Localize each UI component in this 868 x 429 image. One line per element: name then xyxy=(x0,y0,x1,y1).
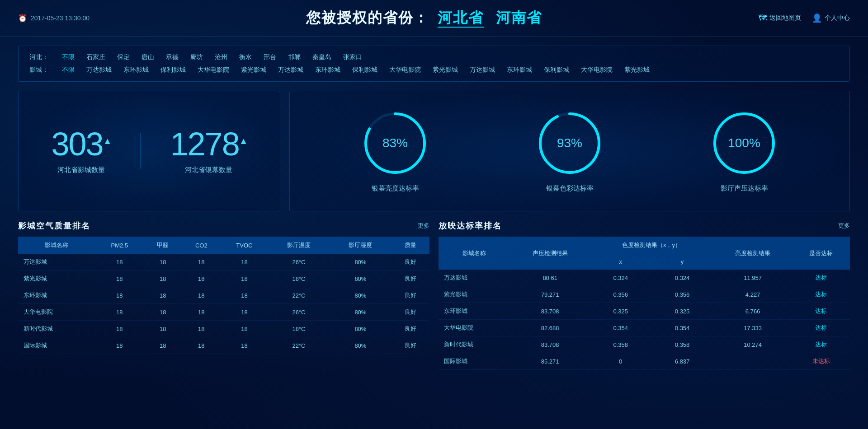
table-row[interactable]: 国际影城1818181822°C80%良好 xyxy=(18,337,429,354)
table-cell: 0.354 xyxy=(651,320,713,336)
table-row[interactable]: 紫光影城79.2710.3560.3564.227达标 xyxy=(439,286,850,303)
table-cell: 良好 xyxy=(392,287,429,304)
table-cell: 18°C xyxy=(268,321,330,337)
tables-section: 影城空气质量排名 更多 影城名称PM2.5甲醛CO2TVOC影厅温度影厅湿度质量… xyxy=(18,220,850,370)
circle-container: 83% xyxy=(361,109,429,177)
table-row[interactable]: 大华电影院82.6880.3540.35417.333达标 xyxy=(439,320,850,336)
left-stats-panel: 303▲ 河北省影城数量 1278▲ 河北省银幕数量 xyxy=(18,91,280,211)
table-cell: 17.333 xyxy=(713,320,793,336)
table-header-cell: 色度检测结果（x，y） xyxy=(590,237,713,254)
back-map-button[interactable]: 🗺 返回地图页 xyxy=(759,14,801,23)
region-filter-item[interactable]: 秦皇岛 xyxy=(307,53,337,61)
cinema-filter-item[interactable]: 保利影城 xyxy=(347,66,383,74)
table-cell: 良好 xyxy=(392,321,429,337)
table-cell: 达标 xyxy=(793,336,850,353)
table-cell: 达标 xyxy=(793,303,850,320)
table-cell: 22°C xyxy=(268,337,330,354)
cinema-filter-item[interactable]: 紫光影城 xyxy=(619,66,655,74)
circle-container: 93% xyxy=(536,109,604,177)
table-cell: 80% xyxy=(330,321,391,337)
cinema-filter-item[interactable]: 万达影城 xyxy=(273,66,309,74)
table-cell: 18 xyxy=(144,270,182,287)
air-quality-table: 影城名称PM2.5甲醛CO2TVOC影厅温度影厅湿度质量万达影城18181818… xyxy=(18,237,429,354)
more-line-icon2 xyxy=(826,226,835,226)
table-row[interactable]: 东环影城1818181822°C80%良好 xyxy=(18,287,429,304)
projection-header: 放映达标率排名 更多 xyxy=(439,220,850,231)
table-cell: 0.324 xyxy=(590,270,651,286)
table-cell: 万达影城 xyxy=(439,270,510,286)
table-cell: 新时代影城 xyxy=(439,336,510,353)
table-cell: 83.708 xyxy=(510,336,590,353)
table-row[interactable]: 万达影城1818181826°C80%良好 xyxy=(18,254,429,270)
table-header-cell: CO2 xyxy=(182,237,221,254)
region-filter-item[interactable]: 沧州 xyxy=(209,53,233,61)
region-filter-item[interactable]: 邯郸 xyxy=(283,53,306,61)
cinema-filter-item[interactable]: 大华电影院 xyxy=(192,66,235,74)
province2[interactable]: 河南省 xyxy=(496,9,542,26)
circle-stat: 100% 影厅声压达标率 xyxy=(710,109,778,193)
table-cell: 万达影城 xyxy=(18,254,95,270)
region-filter-item[interactable]: 廊坊 xyxy=(185,53,208,61)
province1[interactable]: 河北省 xyxy=(438,9,484,28)
cinema-filter-item[interactable]: 东环影城 xyxy=(501,66,538,74)
table-cell: 83.708 xyxy=(510,303,590,320)
table-row[interactable]: 新时代影城1818181818°C80%良好 xyxy=(18,321,429,337)
table-row[interactable]: 新时代影城83.7080.3580.35810.274达标 xyxy=(439,336,850,353)
cinema-filter-item[interactable]: 大华电影院 xyxy=(576,66,618,74)
table-cell: 大华电影院 xyxy=(18,304,95,321)
table-cell: 0.325 xyxy=(590,303,651,320)
region-filter-item[interactable]: 邢台 xyxy=(258,53,282,61)
circle-label: 影厅声压达标率 xyxy=(710,184,778,193)
table-cell: 18°C xyxy=(268,270,330,287)
region-filter-item[interactable]: 石家庄 xyxy=(81,53,111,61)
table-row[interactable]: 东环影城83.7080.3250.3256.766达标 xyxy=(439,303,850,320)
cinema-filter-item[interactable]: 东环影城 xyxy=(118,66,154,74)
table-cell: 26°C xyxy=(268,254,330,270)
table-cell: 18 xyxy=(221,254,268,270)
cinema-filter-item[interactable]: 保利影城 xyxy=(155,66,191,74)
table-cell: 18 xyxy=(221,337,268,354)
circle-container: 100% xyxy=(710,109,778,177)
cinema-filter-item[interactable]: 紫光影城 xyxy=(427,66,463,74)
cinema-filter-item[interactable]: 万达影城 xyxy=(81,66,117,74)
table-cell: 18 xyxy=(95,270,144,287)
table-cell: 10.274 xyxy=(713,336,793,353)
cinema-filter-item[interactable]: 紫光影城 xyxy=(236,66,272,74)
table-row[interactable]: 大华电影院1818181826°C80%良好 xyxy=(18,304,429,321)
table-cell: 18 xyxy=(182,337,221,354)
table-cell: 国际影城 xyxy=(18,337,95,354)
air-quality-header: 影城空气质量排名 更多 xyxy=(18,220,429,231)
table-cell: 18 xyxy=(95,321,144,337)
region-filter-item[interactable]: 承德 xyxy=(160,53,184,61)
region-filter-item[interactable]: 张家口 xyxy=(338,53,368,61)
table-cell: 18 xyxy=(144,254,182,270)
table-cell: 18 xyxy=(95,304,144,321)
table-row[interactable]: 国际影城85.27106.837未达标 xyxy=(439,353,850,370)
cinema-filter-item[interactable]: 万达影城 xyxy=(464,66,500,74)
cinema-filter-item[interactable]: 不限 xyxy=(57,66,80,74)
region-filter-item[interactable]: 衡水 xyxy=(234,53,257,61)
table-header-cell: 影厅温度 xyxy=(268,237,330,254)
table-cell: 达标 xyxy=(793,270,850,286)
table-row[interactable]: 万达影城80.610.3240.32411.957达标 xyxy=(439,270,850,286)
projection-more[interactable]: 更多 xyxy=(826,222,850,230)
table-cell: 0.354 xyxy=(590,320,651,336)
user-center-button[interactable]: 👤 个人中心 xyxy=(812,13,850,23)
table-row[interactable]: 紫光影城1818181818°C80%良好 xyxy=(18,270,429,287)
table-cell: 18 xyxy=(182,287,221,304)
table-cell: 18 xyxy=(182,304,221,321)
table-cell: 18 xyxy=(221,287,268,304)
region-filter-item[interactable]: 不限 xyxy=(57,53,80,61)
cinema-filter-item[interactable]: 大华电影院 xyxy=(384,66,426,74)
air-quality-more[interactable]: 更多 xyxy=(406,222,429,230)
cinema-filter-item[interactable]: 保利影城 xyxy=(538,66,575,74)
region-filter-item[interactable]: 保定 xyxy=(112,53,135,61)
table-cell: 达标 xyxy=(793,320,850,336)
region-filter-item[interactable]: 唐山 xyxy=(136,53,160,61)
cinema-filter-item[interactable]: 东环影城 xyxy=(310,66,346,74)
table-cell: 82.688 xyxy=(510,320,590,336)
header: ⏰ 2017-05-23 13:30:00 您被授权的省份： 河北省 河南省 🗺… xyxy=(0,0,868,37)
screen-count-number: 1278▲ xyxy=(170,128,247,160)
table-cell: 6.837 xyxy=(651,353,713,370)
header-time: ⏰ 2017-05-23 13:30:00 xyxy=(18,14,90,23)
